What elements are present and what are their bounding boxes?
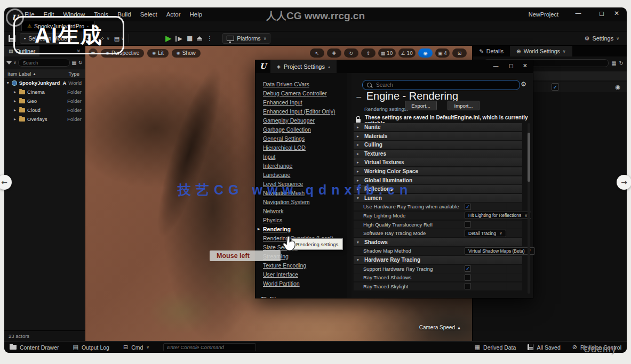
refresh-icon[interactable]: ↻ [619,60,624,66]
eject-button[interactable] [197,36,202,41]
caret-collapsed-icon[interactable]: ▸ [13,108,17,112]
setting-checkbox[interactable]: ✓ [465,274,471,281]
settings-nav-enhanced-input-editor-only-[interactable]: Enhanced Input (Editor Only) [263,109,347,115]
console-command-input[interactable] [163,343,256,351]
rotate-tool-icon[interactable]: ↻ [344,48,358,58]
setting-checkbox[interactable]: ✓ [465,265,471,272]
maximize-viewport-icon[interactable]: ⊡ [452,48,467,58]
scale-tool-icon[interactable]: ⇕ [361,48,376,58]
menu-item-select[interactable]: Select [140,11,157,18]
close-icon[interactable]: ✕ [614,10,619,17]
outliner-row[interactable]: ▾SpookyJunkyard_AWorld [4,78,85,87]
collapse-icon[interactable]: − [356,93,362,101]
caret-collapsed-icon[interactable]: ▸ [13,99,17,103]
setting-checkbox[interactable]: ✓ [465,221,471,228]
settings-nav-navigation-system[interactable]: Navigation System [263,199,347,205]
view-options-icon[interactable]: ▦ [611,60,616,66]
settings-nav-enhanced-input[interactable]: Enhanced Input [263,100,347,106]
settings-category-shadows[interactable]: ▾Shadows [354,238,522,246]
menu-item-help[interactable]: Help [190,11,203,18]
settings-category-hardware-ray-tracing[interactable]: ▾Hardware Ray Tracing [354,256,522,264]
save-status-button[interactable]: All Saved [528,344,560,351]
editor-settings-dropdown[interactable]: ⚙ Settings ∨ [585,35,622,42]
frame-skip-button[interactable]: ▶ [175,36,182,42]
setting-checkbox[interactable]: ✓ [465,204,471,210]
settings-category-culling[interactable]: ▸Culling [354,141,522,149]
grid-snap-toggle[interactable]: ▦ 10 [378,48,396,58]
refresh-icon[interactable]: ↻ [78,60,83,66]
minimize-icon[interactable]: — [493,62,499,69]
settings-category-textures[interactable]: ▸Textures [354,150,522,158]
settings-category-working-color-space[interactable]: ▸Working Color Space [354,167,522,175]
move-tool-icon[interactable]: ✚ [327,48,341,58]
setting-dropdown[interactable]: Detail Tracing∨ [465,230,506,237]
gear-icon[interactable]: ⚙ [521,80,526,88]
export-button[interactable]: Export... [405,101,437,110]
derived-data-button[interactable]: ▦ Derived Data [475,344,516,351]
settings-nav-network[interactable]: Network [263,208,347,214]
maximize-icon[interactable]: ◻ [599,10,604,17]
settings-search-box[interactable] [362,80,520,90]
close-icon[interactable]: ✕ [523,62,528,69]
project-settings-tab[interactable]: ◈ Project Settings ▴ [270,60,337,73]
surface-snap-toggle[interactable]: ◉ [418,48,433,58]
viewport-pill-lit[interactable]: ◉Lit [147,49,169,58]
settings-search-input[interactable] [375,82,515,88]
outliner-row[interactable]: ▸GeoFolder [4,96,85,106]
eye-icon[interactable]: ◉ [615,84,620,91]
outliner-row[interactable]: ▸CloudFolder [4,106,85,115]
settings-nav-garbage-collection[interactable]: Garbage Collection [263,127,347,133]
outliner-column-headers[interactable]: Item Label ▴ Type [4,69,85,78]
next-arrow-button[interactable]: → [617,175,631,190]
select-tool-icon[interactable]: ↖ [310,48,324,58]
pencil-icon: ✎ [479,48,484,54]
settings-nav-debug-camera-controller[interactable]: Debug Camera Controller [263,91,347,96]
tab-details[interactable]: ✎ Details [473,46,510,56]
settings-category-nanite[interactable]: ▸Nanite [354,123,522,131]
outliner-row[interactable]: ▸CinemaFolder [4,87,85,96]
caret-expanded-icon[interactable]: ▾ [6,80,10,85]
outliner-row[interactable]: ▸OverlaysFolder [4,115,85,124]
import-button[interactable]: Import... [448,101,480,110]
rotation-snap-toggle[interactable]: ∠ 10 [398,48,416,58]
caret-collapsed-icon[interactable]: ▸ [13,117,17,122]
settings-nav-rendering[interactable]: Rendering [263,227,347,232]
settings-nav-texture-encoding[interactable]: Texture Encoding [263,263,347,269]
content-drawer-button[interactable]: Content Drawer [10,344,59,351]
settings-nav-physics[interactable]: Physics [263,217,347,223]
pin-icon[interactable]: ▴ [328,64,330,69]
cmd-dropdown[interactable]: ⊟ Cmd ∨ [123,344,149,351]
play-button[interactable]: ▶ [165,35,172,43]
view-options-icon[interactable]: ▦ [71,60,76,66]
setting-checkbox[interactable]: ✓ [465,283,471,289]
settings-nav-input[interactable]: Input [263,154,347,160]
platforms-dropdown[interactable]: Platforms ∨ [222,33,270,44]
settings-category-materials[interactable]: ▸Materials [354,132,522,140]
setting-dropdown[interactable]: Hit Lighting for Reflections∨ [465,212,531,219]
menu-item-actor[interactable]: Actor [166,11,181,18]
settings-nav-landscape[interactable]: Landscape [263,172,347,178]
settings-category-virtual-textures[interactable]: ▸Virtual Textures [354,158,522,166]
content-scrollbar[interactable] [528,123,530,294]
caret-collapsed-icon[interactable]: ▸ [13,90,17,94]
property-checkbox[interactable]: ✓ [552,83,559,91]
stop-button[interactable]: ■ [187,35,193,42]
tab-world-settings[interactable]: ⊕ World Settings ∨ [510,46,572,56]
viewport-pill-show[interactable]: ◉Show [172,49,201,58]
setting-dropdown[interactable]: Virtual Shadow Maps (Beta)∨ [465,247,535,255]
settings-nav-user-interface[interactable]: User Interface [263,272,347,278]
play-options-icon[interactable]: ⋮ [206,35,213,42]
minimize-icon[interactable]: — [575,10,581,17]
output-log-button[interactable]: ▤ Output Log [73,344,109,351]
outliner-search-input[interactable] [18,59,70,67]
filter-icon[interactable] [6,61,12,64]
project-settings-titlebar[interactable]: U ◈ Project Settings ▴ — ◻ ✕ [255,60,533,73]
settings-nav-hierarchical-lod[interactable]: Hierarchical LOD [263,145,347,151]
camera-speed-button[interactable]: ▣ 4 [435,48,450,58]
settings-nav-interchange[interactable]: Interchange [263,163,347,169]
settings-nav-gameplay-debugger[interactable]: Gameplay Debugger [263,118,347,124]
maximize-icon[interactable]: ◻ [509,62,514,69]
settings-nav-world-partition[interactable]: World Partition [263,281,347,287]
settings-nav-data-driven-cvars[interactable]: Data Driven CVars [263,82,347,87]
settings-nav-general-settings[interactable]: General Settings [263,136,347,142]
